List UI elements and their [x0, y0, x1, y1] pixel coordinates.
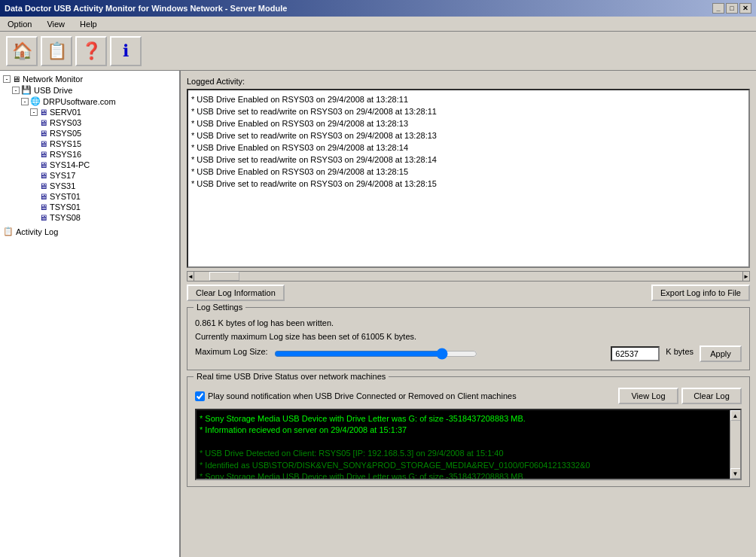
logged-activity-log[interactable]: * USB Drive Enabled on RSYS03 on 29/4/20… [187, 89, 750, 268]
max-log-size-label: Maximum Log Size: [195, 347, 268, 356]
activity-log-icon: 📋 [3, 227, 14, 236]
realtime-scroll-down[interactable]: ▼ [730, 468, 741, 479]
menu-option[interactable]: Option [3, 18, 36, 30]
realtime-log-entry-3: * USB Drive Detected on Client: RSYS05 [… [200, 448, 737, 459]
log-settings-line1: 0.861 K bytes of log has been written. [195, 318, 742, 327]
file-icon: 📋 [47, 41, 67, 61]
main-area: - 🖥 Network Monitor - 💾 USB Drive - 🌐 DR… [0, 71, 756, 557]
log-entry-3: * USB Drive set to read/write on RSYS03 … [191, 129, 745, 142]
sidebar-label-rsys15: RSYS15 [50, 139, 81, 148]
sidebar-item-rsys03[interactable]: 🖥 RSYS03 [0, 117, 179, 128]
home-button[interactable]: 🏠 [6, 36, 38, 66]
client-icon-rsys05: 🖥 [39, 129, 47, 138]
home-icon: 🏠 [12, 41, 32, 61]
title-bar-buttons[interactable]: _ □ ✕ [712, 3, 751, 14]
realtime-log-entry-2 [200, 437, 737, 448]
realtime-checkbox-label[interactable]: Play sound notification when USB Drive C… [195, 391, 517, 401]
log-entry-6: * USB Drive Enabled on RSYS03 on 29/4/20… [191, 166, 745, 178]
clear-log-info-button[interactable]: Clear Log Information [187, 285, 285, 301]
sidebar-item-rsys16[interactable]: 🖥 RSYS16 [0, 149, 179, 160]
sidebar-item-activity-log[interactable]: 📋 Activity Log [0, 226, 179, 237]
log-entry-7: * USB Drive set to read/write on RSYS03 … [191, 178, 745, 190]
scroll-right-btn[interactable]: ► [742, 271, 750, 282]
maximize-button[interactable]: □ [726, 3, 738, 14]
slider-container [274, 348, 605, 360]
apply-button[interactable]: Apply [700, 345, 742, 362]
realtime-log-entry-4: * Identified as USB\STOR/DISK&VEN_SONY&P… [200, 460, 737, 471]
realtime-checkbox-text: Play sound notification when USB Drive C… [208, 391, 517, 400]
usb-drive-icon: 💾 [21, 85, 32, 95]
sidebar-label-tsys01: TSYS01 [50, 202, 81, 212]
logged-activity-label: Logged Activity: [187, 77, 750, 86]
expand-icon-usb[interactable]: - [12, 87, 20, 94]
toolbar: 🏠 📋 ❓ ℹ [0, 32, 756, 71]
clear-log-button[interactable]: Clear Log [681, 388, 742, 404]
realtime-log-entry-0: * Sony Storage Media USB Device with Dri… [200, 413, 737, 425]
sidebar-label-rsys16: RSYS16 [50, 150, 81, 159]
realtime-buttons: View Log Clear Log [618, 388, 742, 404]
realtime-group-title: Real time USB Drive Status over network … [194, 372, 389, 381]
sidebar-item-sys31[interactable]: 🖥 SYS31 [0, 181, 179, 191]
sidebar-item-sys17[interactable]: 🖥 SYS17 [0, 170, 179, 181]
title-bar: Data Doctor USB Activity Monitor for Win… [0, 0, 756, 17]
sidebar-label-sys17: SYS17 [50, 171, 75, 180]
close-button[interactable]: ✕ [739, 3, 751, 14]
log-action-buttons: Clear Log Information Export Log info to… [187, 285, 750, 301]
network-monitor-icon: 🖥 [12, 75, 20, 84]
log-settings-group: Log Settings 0.861 K bytes of log has be… [187, 307, 750, 370]
file-button[interactable]: 📋 [41, 36, 72, 66]
sidebar-label-tsys08: TSYS08 [50, 213, 81, 222]
export-log-button[interactable]: Export Log info to File [651, 285, 750, 301]
minimize-button[interactable]: _ [712, 3, 724, 14]
menu-view[interactable]: View [42, 18, 69, 30]
sidebar-item-domain[interactable]: - 🌐 DRPUsoftware.com [0, 96, 179, 107]
realtime-checkbox[interactable] [195, 391, 205, 401]
log-settings-line2: Currently maximum Log size has been set … [195, 332, 742, 341]
sidebar-item-tsys08[interactable]: 🖥 TSYS08 [0, 212, 179, 223]
realtime-scroll-up[interactable]: ▲ [730, 410, 741, 421]
sidebar-item-usb-drive[interactable]: - 💾 USB Drive [0, 84, 179, 96]
domain-icon: 🌐 [30, 96, 41, 106]
sidebar-label-usb-drive: USB Drive [34, 86, 72, 95]
scroll-left-btn[interactable]: ◄ [187, 271, 194, 282]
sidebar-label-rsys03: RSYS03 [50, 118, 81, 127]
window-title: Data Doctor USB Activity Monitor for Win… [5, 4, 287, 13]
sidebar: - 🖥 Network Monitor - 💾 USB Drive - 🌐 DR… [0, 71, 181, 557]
sidebar-label-network-monitor: Network Monitor [23, 75, 83, 84]
max-log-value-input[interactable] [611, 346, 660, 361]
help-button[interactable]: ❓ [75, 36, 107, 66]
help-icon: ❓ [81, 41, 102, 61]
client-icon-rsys16: 🖥 [39, 150, 47, 159]
client-icon-tsys08: 🖥 [39, 213, 47, 222]
log-entry-4: * USB Drive Enabled on RSYS03 on 29/4/20… [191, 142, 745, 154]
view-log-button[interactable]: View Log [618, 388, 678, 404]
realtime-group: Real time USB Drive Status over network … [187, 376, 750, 487]
menu-help[interactable]: Help [75, 18, 102, 30]
max-log-slider[interactable] [274, 348, 477, 360]
sidebar-item-serv01[interactable]: - 🖥 SERV01 [0, 107, 179, 117]
log-entry-0: * USB Drive Enabled on RSYS03 on 29/4/20… [191, 93, 745, 105]
sidebar-item-rsys05[interactable]: 🖥 RSYS05 [0, 128, 179, 138]
sidebar-item-tsys01[interactable]: 🖥 TSYS01 [0, 202, 179, 212]
expand-icon[interactable]: - [3, 75, 11, 83]
horizontal-scrollbar[interactable] [194, 271, 742, 282]
log-settings-title: Log Settings [194, 303, 245, 312]
info-button[interactable]: ℹ [110, 36, 142, 66]
expand-icon-serv01[interactable]: - [30, 108, 38, 116]
sidebar-item-sys14pc[interactable]: 🖥 SYS14-PC [0, 160, 179, 170]
server-icon: 🖥 [39, 108, 47, 117]
sidebar-item-network-monitor[interactable]: - 🖥 Network Monitor [0, 74, 179, 84]
sidebar-label-domain: DRPUsoftware.com [43, 97, 116, 106]
info-icon: ℹ [123, 41, 129, 61]
client-icon-rsys15: 🖥 [39, 139, 47, 148]
log-entry-1: * USB Drive set to read/write on RSYS03 … [191, 105, 745, 117]
realtime-log-entry-5: * Sony Storage Media USB Device with Dri… [200, 471, 737, 480]
realtime-log-area[interactable]: * Sony Storage Media USB Device with Dri… [195, 409, 742, 480]
sidebar-label-sys14pc: SYS14-PC [50, 160, 90, 169]
sidebar-label-serv01: SERV01 [50, 108, 81, 117]
expand-icon-domain[interactable]: - [21, 98, 29, 105]
sidebar-item-rsys15[interactable]: 🖥 RSYS15 [0, 138, 179, 149]
sidebar-item-syst01[interactable]: 🖥 SYST01 [0, 191, 179, 202]
sidebar-label-rsys05: RSYS05 [50, 129, 81, 138]
client-icon-sys14pc: 🖥 [39, 160, 47, 169]
